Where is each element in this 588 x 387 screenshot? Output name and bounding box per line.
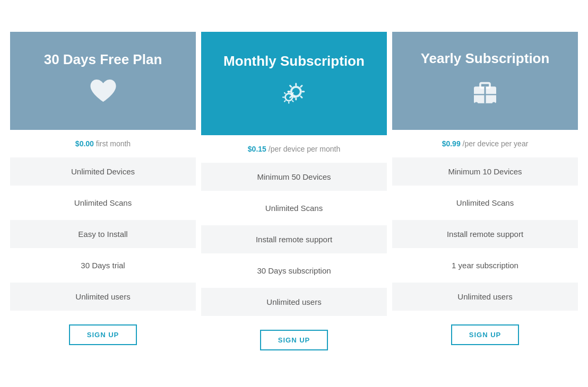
svg-point-7	[492, 102, 496, 105]
plan-card-free: 30 Days Free Plan $0.00 first monthUnlim…	[10, 32, 196, 350]
plan-header-yearly: Yearly Subscription	[392, 32, 578, 130]
plan-card-monthly: Monthly Subscription $0.15 /per device p…	[201, 32, 387, 356]
feature-row-monthly-3: 30 Days subscription	[201, 257, 387, 285]
feature-row-yearly-1: Unlimited Scans	[392, 189, 578, 217]
feature-row-monthly-2: Install remote support	[201, 225, 387, 253]
feature-row-free-3: 30 Days trial	[10, 251, 196, 279]
plan-title-yearly: Yearly Subscription	[421, 50, 550, 67]
plan-cta-yearly: SIGN UP	[451, 324, 519, 345]
feature-row-free-1: Unlimited Scans	[10, 189, 196, 217]
plan-price-yearly: $0.99 /per device per year	[392, 130, 578, 157]
signup-button-free[interactable]: SIGN UP	[69, 324, 137, 345]
feature-row-monthly-4: Unlimited users	[201, 288, 387, 316]
plan-title-monthly: Monthly Subscription	[223, 53, 365, 69]
plan-features-yearly: Minimum 10 DevicesUnlimited ScansInstall…	[392, 157, 578, 314]
feature-row-yearly-2: Install remote support	[392, 220, 578, 248]
plan-card-yearly: Yearly Subscription $0.99 /per device pe…	[392, 32, 578, 350]
plan-cta-monthly: SIGN UP	[260, 330, 328, 350]
plan-title-free: 30 Days Free Plan	[44, 51, 162, 68]
feature-row-yearly-0: Minimum 10 Devices	[392, 157, 578, 186]
plan-features-free: Unlimited DevicesUnlimited ScansEasy to …	[10, 157, 196, 314]
plan-price-free: $0.00 first month	[10, 130, 196, 157]
plan-price-amount-yearly: $0.99	[442, 139, 461, 148]
pricing-table: 30 Days Free Plan $0.00 first monthUnlim…	[7, 21, 581, 366]
feature-row-yearly-3: 1 year subscription	[392, 251, 578, 279]
feature-row-free-2: Easy to Install	[10, 220, 196, 248]
feature-row-yearly-4: Unlimited users	[392, 283, 578, 311]
plan-price-monthly: $0.15 /per device per month	[201, 135, 387, 163]
plan-header-monthly: Monthly Subscription	[201, 32, 387, 135]
heart-icon	[89, 78, 118, 109]
svg-point-0	[291, 87, 301, 96]
plan-header-free: 30 Days Free Plan	[10, 32, 196, 130]
feature-row-monthly-0: Minimum 50 Devices	[201, 163, 387, 191]
signup-button-yearly[interactable]: SIGN UP	[451, 324, 519, 345]
plan-price-amount-free: $0.00	[75, 139, 94, 148]
plan-features-monthly: Minimum 50 DevicesUnlimited ScansInstall…	[201, 163, 387, 319]
plan-cta-free: SIGN UP	[69, 324, 137, 345]
gear-icon	[278, 79, 310, 112]
feature-row-free-4: Unlimited users	[10, 283, 196, 311]
feature-row-monthly-1: Unlimited Scans	[201, 194, 387, 222]
briefcase-icon	[469, 76, 501, 110]
svg-point-6	[475, 102, 478, 105]
feature-row-free-0: Unlimited Devices	[10, 157, 196, 186]
plan-price-amount-monthly: $0.15	[248, 145, 266, 153]
signup-button-monthly[interactable]: SIGN UP	[260, 330, 328, 350]
